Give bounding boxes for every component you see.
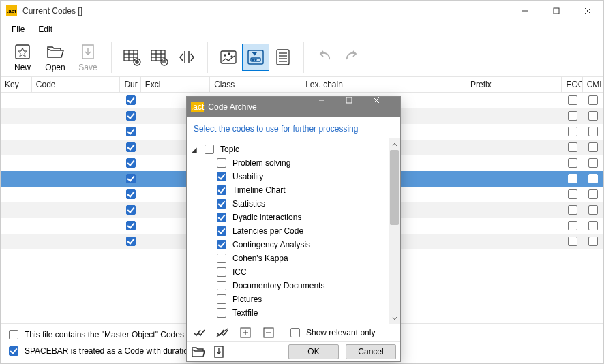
tree-item-checkbox[interactable] <box>217 213 226 222</box>
tree-item-checkbox[interactable] <box>217 308 226 318</box>
check-all-button[interactable] <box>191 324 207 341</box>
eoc-checkbox[interactable] <box>568 95 577 105</box>
cmi-checkbox[interactable] <box>588 158 598 168</box>
tree-item-checkbox[interactable] <box>217 294 226 304</box>
cmi-checkbox[interactable] <box>588 205 598 215</box>
cancel-button[interactable]: Cancel <box>346 344 396 359</box>
cmi-checkbox[interactable] <box>588 95 598 105</box>
tree-item[interactable]: Textfile <box>191 306 386 320</box>
dialog-maximize-button[interactable] <box>346 97 373 117</box>
eoc-checkbox[interactable] <box>568 158 577 168</box>
dur-checkbox[interactable] <box>126 189 136 199</box>
col-key[interactable]: Key <box>1 77 31 93</box>
collapse-icon[interactable]: ◢ <box>191 146 198 153</box>
tree-item-checkbox[interactable] <box>217 199 226 209</box>
tree-scrollbar[interactable] <box>389 138 400 324</box>
tree-item[interactable]: Statistics <box>191 197 386 211</box>
cmi-checkbox[interactable] <box>588 221 598 230</box>
eoc-checkbox[interactable] <box>568 205 577 215</box>
expand-button[interactable] <box>173 44 200 71</box>
dur-checkbox[interactable] <box>126 174 136 183</box>
menu-file[interactable]: File <box>5 22 31 36</box>
cmi-checkbox[interactable] <box>588 174 598 183</box>
tree-item[interactable]: ICC <box>191 265 386 279</box>
show-relevant-checkbox[interactable]: Show relevant only <box>288 326 375 339</box>
col-class[interactable]: Class <box>210 77 301 93</box>
col-dur[interactable]: Dur <box>120 77 140 93</box>
dur-checkbox[interactable] <box>126 221 136 230</box>
menu-edit[interactable]: Edit <box>31 22 59 36</box>
eoc-checkbox[interactable] <box>568 237 577 246</box>
cmi-checkbox[interactable] <box>588 237 598 246</box>
eoc-checkbox[interactable] <box>568 142 577 152</box>
cmi-checkbox[interactable] <box>588 189 598 199</box>
dur-checkbox[interactable] <box>126 142 136 152</box>
col-lex[interactable]: Lex. chain <box>301 77 466 93</box>
scroll-down-button[interactable] <box>389 312 400 324</box>
tree-item-checkbox[interactable] <box>217 172 226 181</box>
col-excl[interactable]: Excl <box>140 77 210 93</box>
col-prefix[interactable]: Prefix <box>466 77 562 93</box>
dur-checkbox[interactable] <box>126 237 136 246</box>
cmi-checkbox[interactable] <box>588 142 598 152</box>
open-button[interactable]: Open <box>39 40 72 74</box>
toolbar: New Open Save <box>1 37 603 77</box>
dialog-minimize-button[interactable] <box>318 97 346 117</box>
open-folder-button[interactable] <box>191 346 206 358</box>
eoc-checkbox[interactable] <box>568 221 577 230</box>
ok-button[interactable]: OK <box>288 344 339 359</box>
tree-item-checkbox[interactable] <box>217 254 226 263</box>
tree-item[interactable]: Documentory Documents <box>191 279 386 292</box>
tree-item[interactable]: Problem solving <box>191 156 386 170</box>
tree-item-checkbox[interactable] <box>217 267 226 277</box>
tree-item-label: Latencies per Code <box>232 226 303 236</box>
tree-item-checkbox[interactable] <box>217 281 226 290</box>
maximize-button[interactable] <box>541 1 572 21</box>
tree-root-checkbox[interactable] <box>205 145 214 154</box>
col-cmi[interactable]: CMI <box>582 77 603 93</box>
add-row-button[interactable] <box>119 44 146 71</box>
tree-item[interactable]: Cohen's Kappa <box>191 252 386 265</box>
eoc-checkbox[interactable] <box>568 111 577 121</box>
undo-button <box>311 44 338 71</box>
tree-item-checkbox[interactable] <box>217 240 226 249</box>
remove-row-button[interactable] <box>146 44 173 71</box>
col-eoc[interactable]: EOC <box>562 77 582 93</box>
tree-item[interactable]: Dyadic interactions <box>191 211 386 224</box>
chart-button[interactable] <box>215 44 242 71</box>
uncheck-all-button[interactable] <box>214 324 230 341</box>
export-button[interactable] <box>213 345 225 359</box>
list-view-button[interactable] <box>269 44 297 71</box>
minimize-button[interactable] <box>509 1 541 21</box>
scroll-up-button[interactable] <box>389 138 400 150</box>
expand-tree-button[interactable] <box>237 324 254 341</box>
col-code[interactable]: Code <box>31 77 120 93</box>
eoc-checkbox[interactable] <box>568 174 577 183</box>
tree-item[interactable]: Timeline Chart <box>191 183 386 197</box>
dur-checkbox[interactable] <box>126 205 136 215</box>
code-tree[interactable]: ◢TopicProblem solvingUsabilityTimeline C… <box>187 138 389 324</box>
card-view-button[interactable] <box>242 44 269 71</box>
cmi-checkbox[interactable] <box>588 111 598 121</box>
scroll-thumb[interactable] <box>390 150 399 225</box>
new-button[interactable]: New <box>6 40 39 74</box>
tree-item-checkbox[interactable] <box>217 158 226 168</box>
tree-item[interactable]: Contingency Analysis <box>191 238 386 252</box>
dur-checkbox[interactable] <box>126 95 136 105</box>
tree-item-checkbox[interactable] <box>217 185 226 195</box>
tree-root[interactable]: ◢Topic <box>191 142 386 156</box>
dur-checkbox[interactable] <box>126 158 136 168</box>
collapse-tree-button[interactable] <box>260 324 277 341</box>
eoc-checkbox[interactable] <box>568 189 577 199</box>
dur-checkbox[interactable] <box>126 127 136 136</box>
tree-item[interactable]: Latencies per Code <box>191 224 386 238</box>
tree-item[interactable]: Pictures <box>191 292 386 306</box>
tree-item-checkbox[interactable] <box>217 226 226 236</box>
dialog-close-button[interactable] <box>373 97 400 117</box>
cmi-checkbox[interactable] <box>588 127 598 136</box>
dur-checkbox[interactable] <box>126 111 136 121</box>
redo-button <box>338 44 365 71</box>
tree-item[interactable]: Usability <box>191 170 386 183</box>
close-button[interactable] <box>572 1 603 21</box>
eoc-checkbox[interactable] <box>568 127 577 136</box>
